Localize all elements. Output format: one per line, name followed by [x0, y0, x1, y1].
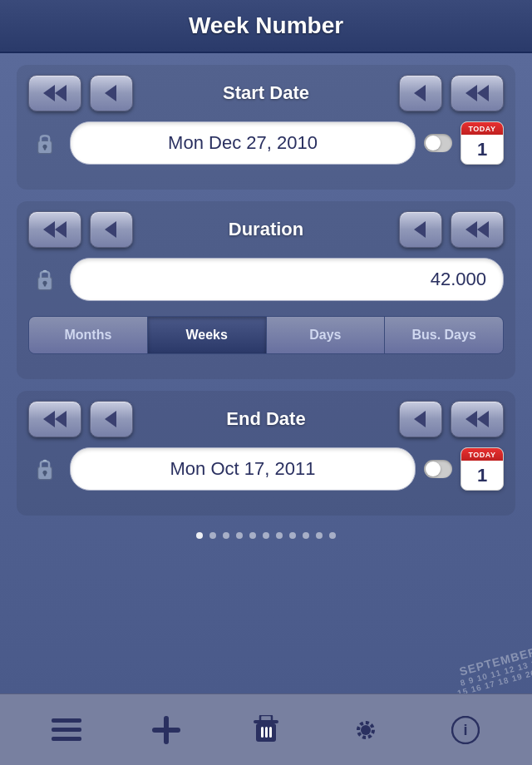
tab-weeks[interactable]: Weeks [148, 317, 267, 353]
start-date-value: Mon Dec 27, 2010 [70, 121, 416, 165]
bottom-toolbar: i [0, 693, 532, 765]
duration-tabs: Months Weeks Days Bus. Days [28, 316, 504, 354]
svg-rect-37 [269, 727, 272, 738]
svg-rect-35 [261, 727, 264, 738]
tab-days[interactable]: Days [267, 317, 386, 353]
end-date-today-button[interactable]: TODAY 1 [461, 447, 504, 491]
start-date-fastforward-button[interactable] [451, 75, 504, 111]
duration-label: Duration [141, 219, 391, 240]
tab-busdays[interactable]: Bus. Days [385, 317, 503, 353]
end-date-lock-icon [28, 452, 62, 486]
duration-value: 42.000 [70, 258, 504, 301]
svg-marker-10 [43, 221, 55, 238]
svg-rect-27 [52, 718, 81, 723]
duration-value-row: 42.000 [28, 258, 504, 301]
add-button[interactable] [143, 707, 190, 753]
start-date-label: Start Date [141, 82, 391, 104]
start-date-lock-icon [28, 126, 62, 160]
svg-marker-11 [105, 221, 116, 238]
svg-marker-2 [105, 85, 116, 101]
svg-marker-18 [55, 411, 66, 427]
svg-marker-9 [55, 221, 66, 238]
main-content: Start Date Mon Dec 27, 2010 TODAY [0, 53, 532, 693]
svg-text:i: i [463, 722, 467, 738]
svg-rect-26 [44, 472, 47, 476]
svg-marker-14 [477, 221, 489, 238]
page-dot-10[interactable] [329, 532, 336, 539]
page-dot-4[interactable] [249, 532, 256, 539]
duration-nav-row: Duration [28, 211, 504, 248]
svg-marker-20 [105, 411, 116, 427]
svg-marker-1 [43, 85, 55, 101]
svg-rect-31 [152, 728, 180, 733]
end-date-rewind-button[interactable] [28, 401, 81, 437]
list-button[interactable] [43, 707, 90, 753]
svg-rect-29 [52, 737, 81, 741]
page-dots [17, 532, 515, 539]
svg-marker-12 [414, 221, 426, 238]
end-date-fastforward-button[interactable] [451, 401, 504, 437]
svg-rect-28 [52, 728, 81, 732]
end-date-next-button[interactable] [399, 401, 442, 437]
today-num: 1 [477, 135, 487, 164]
start-date-nav-row: Start Date [28, 75, 504, 111]
end-date-prev-button[interactable] [90, 401, 133, 437]
page-dot-3[interactable] [236, 532, 243, 539]
page-dot-8[interactable] [303, 532, 309, 539]
end-date-toggle[interactable] [424, 460, 452, 478]
page-dot-2[interactable] [223, 532, 229, 539]
svg-marker-4 [466, 85, 477, 101]
end-date-value-row: Mon Oct 17, 2011 TODAY 1 [28, 447, 504, 491]
app-header: Week Number [0, 0, 532, 53]
settings-button[interactable] [342, 707, 389, 753]
duration-section: Duration 42.000 [17, 201, 515, 379]
page-dot-7[interactable] [289, 532, 296, 539]
svg-point-38 [361, 725, 371, 735]
start-date-section: Start Date Mon Dec 27, 2010 TODAY [17, 65, 515, 190]
start-date-prev-button[interactable] [90, 75, 133, 111]
page-title: Week Number [189, 12, 343, 39]
end-date-label: End Date [141, 408, 391, 430]
svg-rect-8 [44, 146, 47, 150]
page-dot-6[interactable] [276, 532, 283, 539]
start-date-next-button[interactable] [399, 75, 442, 111]
svg-rect-17 [44, 283, 47, 286]
duration-lock-icon [28, 263, 62, 296]
svg-marker-5 [477, 85, 489, 101]
svg-marker-22 [466, 411, 477, 427]
start-date-rewind-button[interactable] [28, 75, 81, 111]
end-date-nav-row: End Date [28, 401, 504, 437]
tab-months[interactable]: Months [29, 317, 148, 353]
info-button[interactable]: i [442, 707, 489, 753]
today-label-top: TODAY [461, 122, 503, 135]
start-date-value-row: Mon Dec 27, 2010 TODAY 1 [28, 121, 504, 165]
end-today-label: TODAY [461, 448, 503, 461]
svg-marker-21 [414, 411, 426, 427]
svg-rect-36 [265, 727, 268, 738]
svg-marker-3 [414, 85, 426, 101]
page-dot-1[interactable] [209, 532, 216, 539]
svg-rect-33 [260, 715, 272, 722]
duration-fastforward-button[interactable] [451, 211, 504, 248]
end-date-value: Mon Oct 17, 2011 [70, 447, 416, 491]
start-date-today-button[interactable]: TODAY 1 [461, 121, 504, 165]
svg-marker-19 [43, 411, 55, 427]
delete-button[interactable] [243, 707, 289, 753]
svg-marker-0 [55, 85, 66, 101]
start-date-toggle[interactable] [424, 134, 452, 152]
svg-marker-13 [466, 221, 477, 238]
duration-rewind-button[interactable] [28, 211, 81, 248]
page-dot-5[interactable] [263, 532, 269, 539]
duration-prev-button[interactable] [90, 211, 133, 248]
end-today-num: 1 [477, 461, 487, 490]
svg-marker-23 [477, 411, 489, 427]
end-date-section: End Date Mon Oct 17, 2011 [17, 391, 515, 516]
duration-next-button[interactable] [399, 211, 442, 248]
page-dot-0[interactable] [196, 532, 203, 539]
page-dot-9[interactable] [316, 532, 323, 539]
